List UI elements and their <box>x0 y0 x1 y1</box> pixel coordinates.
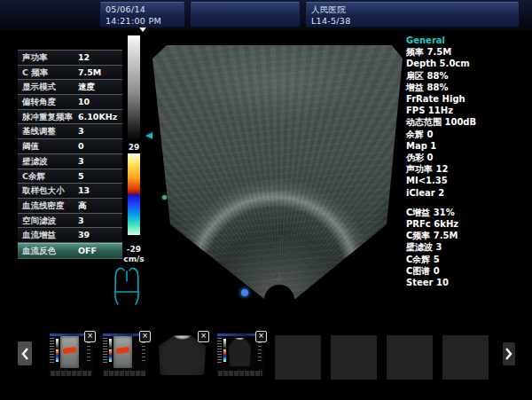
empty-thumbnail-slot <box>442 335 489 380</box>
menu-item-threshold[interactable]: 阈值 0 <box>18 139 122 154</box>
focus-marker-icon <box>162 195 167 200</box>
info-line: Depth 5.0cm <box>406 58 521 69</box>
chevron-left-icon <box>20 347 29 361</box>
velocity-max-label: 29 <box>124 143 144 152</box>
menu-item-baseline[interactable]: 基线调整 3 <box>18 124 122 139</box>
info-line: 伪彩 0 <box>406 152 521 163</box>
grayscale-bar <box>128 35 140 141</box>
info-line: iClear 2 <box>406 187 521 199</box>
info-line: 增益 88% <box>406 82 521 93</box>
info-line: Map 1 <box>406 140 521 152</box>
chevron-right-icon <box>505 347 513 361</box>
probe-notch <box>264 285 294 315</box>
doppler-flow-patch <box>63 347 77 354</box>
thumbnail-fan-screen[interactable]: × <box>216 333 264 377</box>
menu-item-display-mode[interactable]: 显示模式 速度 <box>18 80 122 95</box>
info-line: Steer 10 <box>406 277 521 288</box>
info-line: C频率 7.5M <box>406 230 521 241</box>
menu-item-steer-angle[interactable]: 偏转角度 10 <box>18 95 122 110</box>
info-line: 频率 7.5M <box>406 46 521 58</box>
menu-item-acoustic-power[interactable]: 声功率 12 <box>18 51 122 66</box>
menu-item-line-density[interactable]: 血流线密度 高 <box>18 199 122 214</box>
color-doppler-bar <box>128 153 140 235</box>
info-line: C图谱 0 <box>406 265 521 277</box>
thumbnail-filmstrip: × × × × <box>0 331 532 384</box>
doppler-flow-patch <box>116 347 130 354</box>
datetime-box: 05/06/14 14:21:00 PM <box>99 2 185 27</box>
empty-thumbnail-slot <box>275 335 321 380</box>
close-icon[interactable]: × <box>84 331 96 342</box>
info-line: C增益 31% <box>406 207 521 218</box>
info-line: PRFc 6kHz <box>406 218 521 230</box>
info-line: FPS 11Hz <box>406 105 521 116</box>
hospital-text: 人民医院 <box>311 4 513 15</box>
info-line: 余辉 0 <box>406 129 521 140</box>
menu-item-color-gain[interactable]: 血流增益 39 <box>18 228 122 243</box>
prev-arrow-button[interactable] <box>18 341 32 365</box>
thumbnail-doppler-2[interactable]: × <box>102 333 148 377</box>
thumbnail-doppler-1[interactable]: × <box>49 333 93 377</box>
info-line: 扇区 88% <box>406 70 521 82</box>
close-icon[interactable]: × <box>198 331 209 342</box>
info-line: 声功率 12 <box>406 163 521 175</box>
info-line: MI<1.35 <box>406 175 521 186</box>
date-text: 05/06/14 <box>106 4 179 15</box>
info-line: FrRate High <box>406 93 521 105</box>
time-text: 14:21:00 PM <box>106 15 179 27</box>
menu-item-wall-filter[interactable]: 壁滤波 3 <box>18 154 122 169</box>
info-line: C余辉 5 <box>406 254 521 265</box>
top-bar: 05/06/14 14:21:00 PM 人民医院 L14-5/38 <box>0 0 532 31</box>
patient-name-box <box>190 2 301 27</box>
graybar-cursor-icon <box>145 132 153 139</box>
velocity-unit-label: cm/s <box>122 255 145 263</box>
info-line: 壁滤波 3 <box>406 241 521 253</box>
body-marker-icon[interactable] <box>112 265 142 306</box>
menu-item-packet-size[interactable]: 取样包大小 13 <box>18 184 122 199</box>
close-icon[interactable]: × <box>255 331 267 342</box>
thumbnail-fan-image[interactable]: × <box>158 333 207 377</box>
preset-title: General <box>406 35 521 46</box>
info-line: 动态范围 100dB <box>406 116 521 128</box>
empty-thumbnail-slot <box>387 335 433 380</box>
orientation-marker-icon <box>241 289 248 296</box>
parameter-menu: 声功率 12 C 频率 7.5M 显示模式 速度 偏转角度 10 脉冲重复频率 … <box>18 50 122 259</box>
menu-item-prf[interactable]: 脉冲重复频率 6.10KHz <box>18 110 122 125</box>
menu-item-c-frequency[interactable]: C 频率 7.5M <box>18 66 122 81</box>
velocity-min-label: -29 <box>122 245 145 254</box>
menu-item-spatial-filter[interactable]: 空间滤波 3 <box>18 214 122 229</box>
probe-text: L14-5/38 <box>311 15 513 27</box>
empty-thumbnail-slot <box>331 335 377 380</box>
menu-item-c-persistence[interactable]: C余辉 5 <box>18 169 122 184</box>
next-arrow-button[interactable] <box>503 342 515 365</box>
gain-marker-icon <box>139 27 146 32</box>
ultrasound-image[interactable] <box>151 41 404 303</box>
close-icon[interactable]: × <box>139 331 151 342</box>
image-info-panel: General 频率 7.5M Depth 5.0cm 扇区 88% 增益 88… <box>406 35 521 288</box>
hospital-probe-box: 人民医院 L14-5/38 <box>305 2 520 27</box>
menu-item-flow-invert-selected[interactable]: 血流反色 OFF <box>18 243 122 259</box>
